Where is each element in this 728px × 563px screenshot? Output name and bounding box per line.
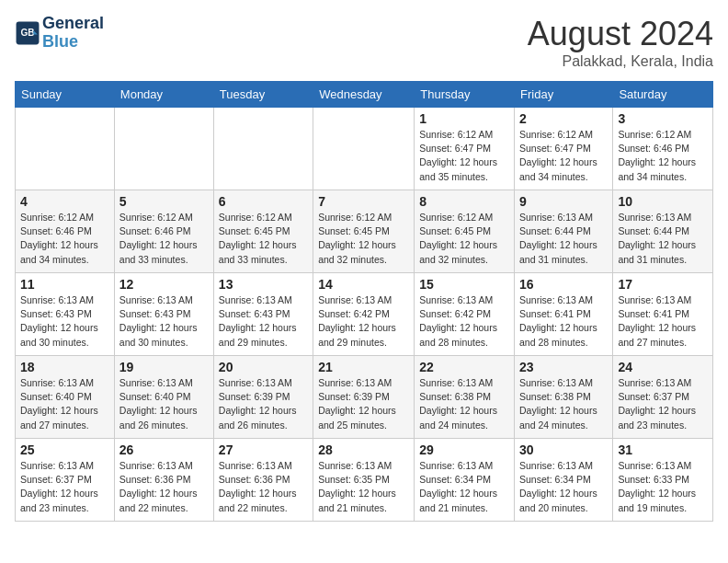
day-info: Sunrise: 6:13 AM Sunset: 6:34 PM Dayligh… [519, 459, 608, 515]
calendar-cell: 14Sunrise: 6:13 AM Sunset: 6:42 PM Dayli… [313, 273, 415, 356]
calendar-cell: 7Sunrise: 6:12 AM Sunset: 6:45 PM Daylig… [313, 190, 415, 273]
calendar-cell: 23Sunrise: 6:13 AM Sunset: 6:38 PM Dayli… [515, 356, 613, 439]
day-info: Sunrise: 6:13 AM Sunset: 6:41 PM Dayligh… [618, 293, 708, 350]
day-info: Sunrise: 6:13 AM Sunset: 6:42 PM Dayligh… [419, 293, 509, 350]
day-number: 2 [519, 111, 608, 126]
day-info: Sunrise: 6:13 AM Sunset: 6:35 PM Dayligh… [318, 459, 409, 515]
calendar-cell: 1Sunrise: 6:12 AM Sunset: 6:47 PM Daylig… [415, 108, 515, 190]
day-number: 14 [318, 277, 409, 292]
day-number: 6 [219, 194, 308, 209]
calendar-cell: 10Sunrise: 6:13 AM Sunset: 6:44 PM Dayli… [613, 190, 713, 273]
calendar-cell: 30Sunrise: 6:13 AM Sunset: 6:34 PM Dayli… [515, 439, 613, 522]
day-info: Sunrise: 6:12 AM Sunset: 6:45 PM Dayligh… [419, 211, 509, 267]
calendar-cell: 29Sunrise: 6:13 AM Sunset: 6:34 PM Dayli… [415, 439, 515, 522]
day-info: Sunrise: 6:13 AM Sunset: 6:36 PM Dayligh… [219, 459, 308, 515]
day-info: Sunrise: 6:12 AM Sunset: 6:47 PM Dayligh… [519, 128, 608, 184]
day-number: 22 [419, 360, 509, 374]
calendar-cell: 22Sunrise: 6:13 AM Sunset: 6:38 PM Dayli… [415, 356, 515, 439]
day-number: 1 [419, 111, 509, 126]
day-number: 12 [119, 277, 209, 292]
day-number: 25 [20, 442, 109, 457]
day-info: Sunrise: 6:13 AM Sunset: 6:40 PM Dayligh… [119, 376, 209, 432]
calendar-cell: 20Sunrise: 6:13 AM Sunset: 6:39 PM Dayli… [213, 356, 313, 439]
day-number: 4 [20, 194, 109, 209]
calendar-header-row: SundayMondayTuesdayWednesdayThursdayFrid… [16, 82, 713, 108]
calendar-cell: 16Sunrise: 6:13 AM Sunset: 6:41 PM Dayli… [515, 273, 613, 356]
calendar-cell [313, 108, 415, 190]
location-subtitle: Palakkad, Kerala, India [528, 53, 713, 70]
day-number: 28 [318, 442, 409, 457]
day-info: Sunrise: 6:13 AM Sunset: 6:44 PM Dayligh… [519, 211, 608, 267]
day-number: 24 [618, 360, 708, 374]
day-info: Sunrise: 6:13 AM Sunset: 6:37 PM Dayligh… [618, 376, 708, 432]
day-number: 31 [618, 442, 708, 457]
calendar-week-row: 18Sunrise: 6:13 AM Sunset: 6:40 PM Dayli… [16, 356, 713, 439]
day-number: 10 [618, 194, 708, 209]
calendar-table: SundayMondayTuesdayWednesdayThursdayFrid… [15, 81, 713, 522]
calendar-cell: 24Sunrise: 6:13 AM Sunset: 6:37 PM Dayli… [613, 356, 713, 439]
calendar-cell: 15Sunrise: 6:13 AM Sunset: 6:42 PM Dayli… [415, 273, 515, 356]
calendar-week-row: 25Sunrise: 6:13 AM Sunset: 6:37 PM Dayli… [16, 439, 713, 522]
day-number: 27 [219, 442, 308, 457]
day-number: 19 [119, 360, 209, 374]
day-info: Sunrise: 6:12 AM Sunset: 6:46 PM Dayligh… [618, 128, 708, 184]
calendar-cell: 2Sunrise: 6:12 AM Sunset: 6:47 PM Daylig… [515, 108, 613, 190]
calendar-cell: 8Sunrise: 6:12 AM Sunset: 6:45 PM Daylig… [415, 190, 515, 273]
calendar-cell: 5Sunrise: 6:12 AM Sunset: 6:46 PM Daylig… [114, 190, 213, 273]
day-info: Sunrise: 6:12 AM Sunset: 6:46 PM Dayligh… [119, 211, 209, 267]
day-info: Sunrise: 6:12 AM Sunset: 6:45 PM Dayligh… [219, 211, 308, 267]
calendar-cell: 6Sunrise: 6:12 AM Sunset: 6:45 PM Daylig… [213, 190, 313, 273]
day-number: 21 [318, 360, 409, 374]
day-info: Sunrise: 6:13 AM Sunset: 6:43 PM Dayligh… [119, 293, 209, 350]
day-info: Sunrise: 6:13 AM Sunset: 6:37 PM Dayligh… [20, 459, 109, 515]
day-number: 23 [519, 360, 608, 374]
calendar-week-row: 11Sunrise: 6:13 AM Sunset: 6:43 PM Dayli… [16, 273, 713, 356]
calendar-cell: 17Sunrise: 6:13 AM Sunset: 6:41 PM Dayli… [613, 273, 713, 356]
calendar-cell: 21Sunrise: 6:13 AM Sunset: 6:39 PM Dayli… [313, 356, 415, 439]
day-info: Sunrise: 6:13 AM Sunset: 6:36 PM Dayligh… [119, 459, 209, 515]
calendar-week-row: 4Sunrise: 6:12 AM Sunset: 6:46 PM Daylig… [16, 190, 713, 273]
day-number: 9 [519, 194, 608, 209]
calendar-cell: 3Sunrise: 6:12 AM Sunset: 6:46 PM Daylig… [613, 108, 713, 190]
calendar-week-row: 1Sunrise: 6:12 AM Sunset: 6:47 PM Daylig… [16, 108, 713, 190]
weekday-header: Monday [114, 82, 213, 108]
day-info: Sunrise: 6:12 AM Sunset: 6:45 PM Dayligh… [318, 211, 409, 267]
calendar-cell [16, 108, 115, 190]
weekday-header: Tuesday [213, 82, 313, 108]
day-info: Sunrise: 6:13 AM Sunset: 6:42 PM Dayligh… [318, 293, 409, 350]
day-number: 5 [119, 194, 209, 209]
weekday-header: Friday [515, 82, 613, 108]
day-number: 26 [119, 442, 209, 457]
day-number: 13 [219, 277, 308, 292]
day-number: 20 [219, 360, 308, 374]
calendar-cell: 11Sunrise: 6:13 AM Sunset: 6:43 PM Dayli… [16, 273, 115, 356]
day-info: Sunrise: 6:13 AM Sunset: 6:34 PM Dayligh… [419, 459, 509, 515]
title-block: August 2024 Palakkad, Kerala, India [528, 15, 713, 70]
logo: GB GeneralBlue [15, 15, 104, 52]
day-number: 16 [519, 277, 608, 292]
day-info: Sunrise: 6:13 AM Sunset: 6:43 PM Dayligh… [219, 293, 308, 350]
calendar-cell [213, 108, 313, 190]
weekday-header: Wednesday [313, 82, 415, 108]
page-header: GB GeneralBlue August 2024 Palakkad, Ker… [15, 15, 713, 70]
day-info: Sunrise: 6:13 AM Sunset: 6:44 PM Dayligh… [618, 211, 708, 267]
day-number: 29 [419, 442, 509, 457]
calendar-cell: 18Sunrise: 6:13 AM Sunset: 6:40 PM Dayli… [16, 356, 115, 439]
day-number: 30 [519, 442, 608, 457]
calendar-cell [114, 108, 213, 190]
weekday-header: Saturday [613, 82, 713, 108]
day-info: Sunrise: 6:12 AM Sunset: 6:46 PM Dayligh… [20, 211, 109, 267]
calendar-cell: 28Sunrise: 6:13 AM Sunset: 6:35 PM Dayli… [313, 439, 415, 522]
day-info: Sunrise: 6:13 AM Sunset: 6:41 PM Dayligh… [519, 293, 608, 350]
day-info: Sunrise: 6:13 AM Sunset: 6:40 PM Dayligh… [20, 376, 109, 432]
calendar-cell: 27Sunrise: 6:13 AM Sunset: 6:36 PM Dayli… [213, 439, 313, 522]
day-info: Sunrise: 6:13 AM Sunset: 6:39 PM Dayligh… [318, 376, 409, 432]
day-number: 11 [20, 277, 109, 292]
day-info: Sunrise: 6:13 AM Sunset: 6:38 PM Dayligh… [419, 376, 509, 432]
day-number: 17 [618, 277, 708, 292]
calendar-cell: 26Sunrise: 6:13 AM Sunset: 6:36 PM Dayli… [114, 439, 213, 522]
calendar-cell: 25Sunrise: 6:13 AM Sunset: 6:37 PM Dayli… [16, 439, 115, 522]
day-info: Sunrise: 6:13 AM Sunset: 6:39 PM Dayligh… [219, 376, 308, 432]
day-info: Sunrise: 6:13 AM Sunset: 6:33 PM Dayligh… [618, 459, 708, 515]
day-info: Sunrise: 6:12 AM Sunset: 6:47 PM Dayligh… [419, 128, 509, 184]
